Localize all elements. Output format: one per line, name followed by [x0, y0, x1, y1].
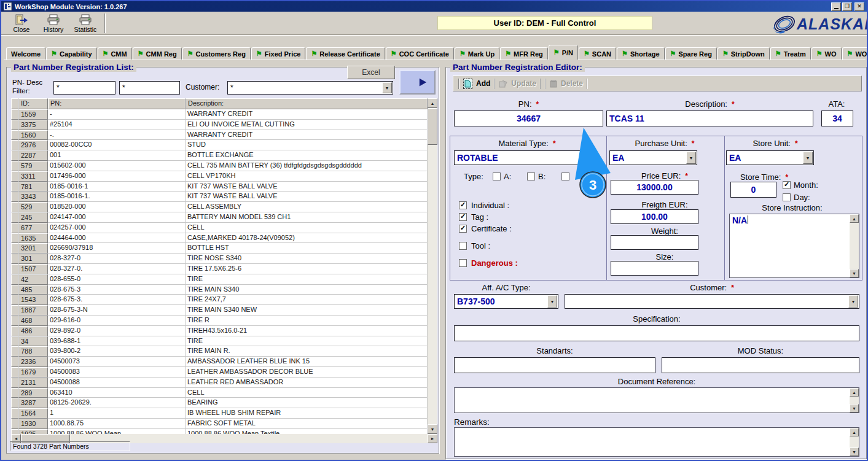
row-selector[interactable] — [11, 254, 18, 264]
table-row[interactable]: 788 039-800-2 TIRE MAIN R. — [11, 346, 428, 357]
description-cell[interactable]: BATTERY MAIN MODEL 539 CH1 — [186, 212, 428, 223]
checkbox[interactable] — [459, 213, 467, 221]
tab[interactable]: ⚑ COC Certificate — [386, 47, 454, 60]
textarea-scrollbar[interactable]: ▲ ▼ — [850, 214, 859, 277]
minimize-button[interactable] — [831, 2, 841, 11]
dropdown-arrow-icon[interactable]: ▼ — [686, 152, 696, 164]
type-b-checkbox[interactable] — [527, 172, 535, 180]
pn-cell[interactable]: 024464-000 — [48, 233, 186, 244]
table-row[interactable]: 1559 - WARRANTY CREDIT — [11, 109, 428, 120]
id-cell[interactable]: 245 — [18, 212, 48, 223]
id-cell[interactable]: 3201 — [18, 243, 48, 254]
description-cell[interactable]: TIRE MAIN R. — [186, 346, 428, 357]
description-cell[interactable]: TIRE MAIN S340 — [186, 285, 428, 295]
editor-checkbox-row[interactable]: Dangerous : — [459, 257, 518, 269]
id-cell[interactable]: 2131 — [18, 378, 48, 388]
table-row[interactable]: 1679 04500083 LEATHER AMBASSADOR DECOR B… — [11, 367, 428, 378]
table-row[interactable]: 781 0185-0016-1 KIT 737 WASTE BALL VALVE — [11, 182, 428, 192]
id-cell[interactable]: 677 — [18, 223, 48, 233]
id-cell[interactable]: 788 — [18, 346, 48, 357]
store-unit-combo[interactable]: EA ▼ — [726, 150, 814, 165]
desc-filter-input[interactable]: * — [119, 81, 180, 95]
add-button[interactable]: Add — [476, 79, 490, 88]
row-selector[interactable] — [11, 285, 18, 295]
tab[interactable]: ⚑ SCAN — [579, 47, 616, 60]
description-cell[interactable]: TIRE — [186, 336, 428, 347]
description-cell[interactable]: CELL VP170KH — [186, 171, 428, 182]
description-cell[interactable]: KIT 737 WASTE BALL VALVE — [186, 192, 428, 202]
history-button[interactable]: History — [38, 14, 69, 34]
tab[interactable]: ⚑ Treatm — [770, 47, 811, 60]
table-row[interactable]: 1543 028-675-3. TIRE 24X7,7 — [11, 295, 428, 305]
id-cell[interactable]: 1543 — [18, 295, 48, 305]
pn-cell[interactable]: 0185-0016-1. — [48, 192, 186, 202]
pn-cell[interactable]: 1000.88.86 WOO Mean — [48, 429, 186, 434]
table-row[interactable]: 42 028-655-0 TIRE — [11, 274, 428, 285]
tab[interactable]: ⚑ P/N — [549, 45, 578, 60]
remarks-textarea[interactable]: ▲ ▼ — [454, 427, 859, 457]
row-selector[interactable] — [11, 202, 18, 212]
pn-cell[interactable]: 029-892-0 — [48, 326, 186, 336]
pn-cell[interactable]: 00082-00CC0 — [48, 140, 186, 150]
tab[interactable]: ⚑ Customers Reg — [182, 47, 251, 60]
pn-cell[interactable]: 04500083 — [48, 367, 186, 378]
table-row[interactable]: 3343 0185-0016-1. KIT 737 WASTE BALL VAL… — [11, 192, 428, 202]
mod-status-input[interactable] — [662, 357, 859, 373]
delete-button[interactable]: Delete — [561, 79, 583, 88]
row-selector[interactable] — [11, 161, 18, 171]
table-row[interactable]: 34 039-688-1 TIRE — [11, 336, 428, 347]
table-row[interactable]: 485 028-675-3 TIRE MAIN S340 — [11, 285, 428, 295]
editor-checkbox-row[interactable]: Individual : — [459, 200, 518, 211]
row-selector[interactable] — [11, 130, 18, 141]
row-selector[interactable] — [11, 305, 18, 316]
dropdown-arrow-icon[interactable]: ▼ — [584, 152, 594, 164]
scroll-down-icon[interactable]: ▼ — [850, 269, 859, 277]
id-cell[interactable]: 1635 — [18, 233, 48, 244]
description-cell[interactable]: ELI OU INVOICE METAL CUTTING — [186, 120, 428, 130]
standarts-input[interactable] — [454, 357, 655, 373]
id-cell[interactable]: 34 — [18, 336, 48, 347]
tab[interactable]: ⚑ Capability — [46, 47, 96, 60]
type-a-checkbox[interactable] — [493, 172, 501, 180]
row-selector[interactable] — [11, 274, 18, 285]
row-selector[interactable] — [11, 192, 18, 202]
tab[interactable]: ⚑ Spare Reg — [665, 47, 717, 60]
description-cell[interactable]: CELL — [186, 223, 428, 233]
description-cell[interactable]: TIRE 17.5X6.25-6 — [186, 264, 428, 274]
tab[interactable]: ⚑ WO Completion — [842, 47, 868, 60]
store-time-input[interactable]: 0 — [730, 182, 776, 198]
id-cell[interactable]: 3375 — [18, 120, 48, 130]
id-cell[interactable]: 781 — [18, 182, 48, 192]
close-window-button[interactable]: ✕ — [854, 2, 864, 11]
row-selector[interactable] — [11, 378, 18, 388]
id-column-header[interactable]: ID: — [18, 98, 48, 109]
tab[interactable]: ⚑ Shortage — [617, 47, 665, 60]
customer-combo[interactable]: ▼ — [565, 294, 859, 309]
row-selector[interactable] — [11, 346, 18, 357]
row-selector[interactable] — [11, 223, 18, 233]
description-cell[interactable]: TIRE 24X7,7 — [186, 295, 428, 305]
row-selector[interactable] — [11, 388, 18, 398]
pn-cell[interactable]: 063410 — [48, 388, 186, 398]
tab[interactable]: ⚑ StripDown — [717, 47, 770, 60]
table-row[interactable]: 289 063410 CELL — [11, 388, 428, 398]
description-cell[interactable]: 1000.88.86 WOO Mean Textile — [186, 429, 428, 434]
pn-cell[interactable]: 1000.88.75 — [48, 419, 186, 429]
excel-button[interactable]: Excel — [347, 66, 395, 79]
row-selector[interactable] — [11, 398, 18, 408]
id-cell[interactable]: 1564 — [18, 408, 48, 419]
pn-column-header[interactable]: PN: — [48, 98, 186, 109]
description-cell[interactable]: TIREH43.5x16.0-21 — [186, 326, 428, 336]
editor-checkbox-row[interactable]: Tag : — [459, 211, 518, 223]
customer-filter-combo[interactable]: * ▼ — [227, 81, 393, 95]
id-cell[interactable]: 485 — [18, 285, 48, 295]
pn-cell[interactable]: 017496-000 — [48, 171, 186, 182]
pn-cell[interactable]: 0185-0016-1 — [48, 182, 186, 192]
scroll-up-icon[interactable]: ▲ — [850, 428, 859, 436]
table-row[interactable]: 245 024147-000 BATTERY MAIN MODEL 539 CH… — [11, 212, 428, 223]
pn-cell[interactable]: 024257-000 — [48, 223, 186, 233]
tab[interactable]: ⚑ CMM — [98, 47, 132, 60]
id-cell[interactable]: 1560 — [18, 130, 48, 141]
pn-cell[interactable]: 028-655-0 — [48, 274, 186, 285]
ata-input[interactable]: 34 — [821, 110, 853, 126]
